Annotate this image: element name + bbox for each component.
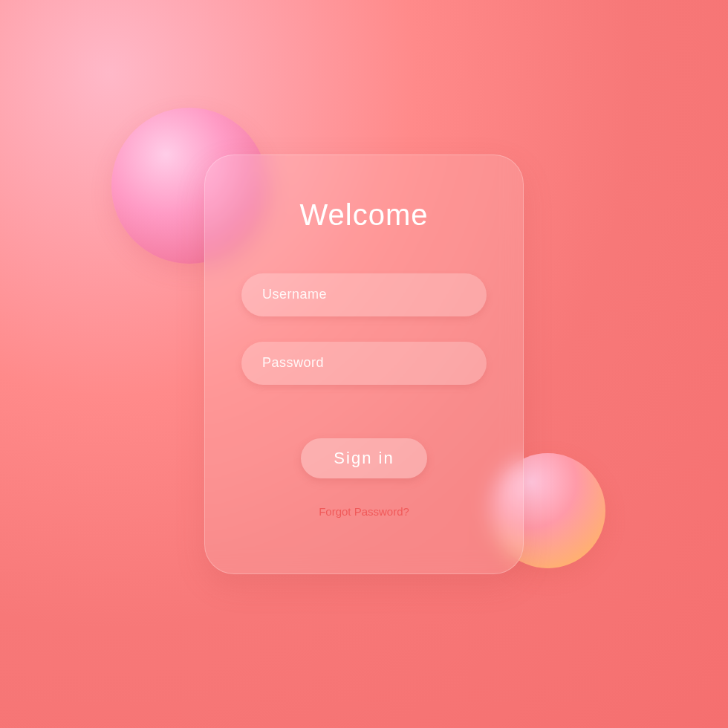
welcome-title: Welcome <box>300 198 429 232</box>
signin-button[interactable]: Sign in <box>301 438 427 478</box>
username-input[interactable] <box>241 273 487 316</box>
login-card: Welcome Sign in Forgot Password? <box>204 155 524 574</box>
password-input[interactable] <box>241 342 487 385</box>
forgot-password-link[interactable]: Forgot Password? <box>319 505 409 518</box>
